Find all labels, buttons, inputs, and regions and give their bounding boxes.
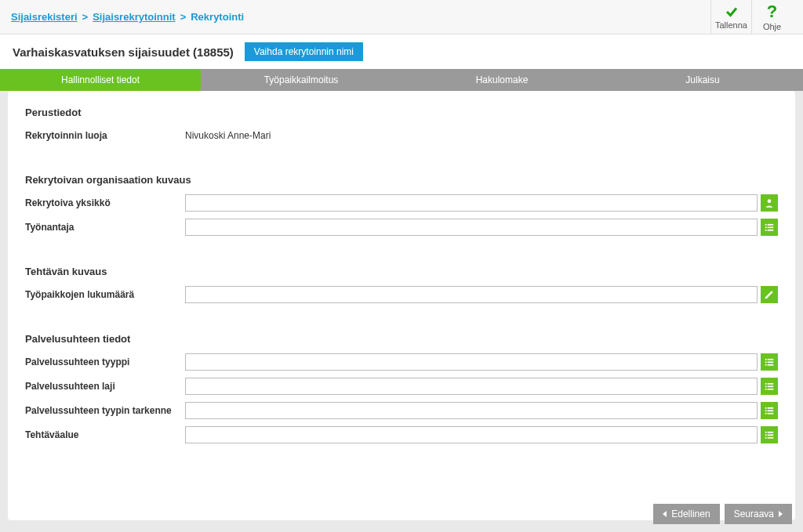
question-icon: ?	[767, 3, 777, 20]
tab-application-form[interactable]: Hakulomake	[402, 69, 602, 91]
breadcrumb-sep-icon: >	[82, 11, 89, 23]
rename-recruitment-button[interactable]: Vaihda rekrytoinnin nimi	[245, 42, 363, 61]
svg-rect-13	[765, 383, 767, 385]
creator-label: Rekrytoinnin luoja	[25, 130, 185, 141]
svg-rect-14	[768, 383, 774, 385]
section-employment-title: Palvelusuhteen tiedot	[25, 333, 778, 345]
emp-area-input[interactable]	[185, 426, 758, 443]
field-row-emp-kind: Palvelussuhteen laji	[25, 377, 778, 396]
svg-rect-29	[765, 437, 767, 439]
pencil-icon	[764, 289, 775, 300]
title-row: Varhaiskasvatuksen sijaisuudet (18855) V…	[0, 34, 803, 69]
emp-kind-input[interactable]	[185, 378, 758, 395]
count-edit-button[interactable]	[761, 286, 778, 303]
svg-rect-2	[768, 224, 774, 226]
unit-input[interactable]	[185, 194, 758, 212]
svg-rect-21	[765, 410, 767, 411]
count-label: Työpaikkojen lukumäärä	[25, 289, 185, 300]
emp-kind-picker-button[interactable]	[761, 378, 778, 395]
section-org-title: Rekrytoivan organisaation kuvaus	[25, 174, 778, 186]
field-row-emp-type-spec: Palvelussuhteen tyypin tarkenne	[25, 401, 778, 420]
help-button[interactable]: ? Ohje	[751, 0, 792, 34]
prev-label: Edellinen	[671, 508, 710, 519]
field-row-emp-area: Tehtäväalue	[25, 425, 778, 444]
emp-kind-label: Palvelussuhteen laji	[25, 381, 185, 392]
save-label: Tallenna	[715, 20, 747, 30]
employer-input[interactable]	[185, 219, 758, 236]
field-row-count: Työpaikkojen lukumäärä	[25, 285, 778, 304]
list-icon	[764, 222, 775, 233]
svg-rect-10	[768, 361, 774, 363]
emp-type-picker-button[interactable]	[761, 353, 778, 371]
count-input[interactable]	[185, 286, 758, 303]
svg-rect-22	[768, 410, 774, 411]
emp-area-picker-button[interactable]	[761, 426, 778, 443]
svg-rect-6	[768, 230, 774, 231]
emp-type-spec-picker-button[interactable]	[761, 402, 778, 419]
list-icon	[764, 429, 775, 440]
svg-rect-20	[768, 407, 774, 409]
emp-type-input[interactable]	[185, 353, 758, 371]
svg-rect-3	[765, 226, 767, 228]
list-icon	[764, 405, 775, 416]
next-button[interactable]: Seuraava	[725, 504, 792, 524]
page-title: Varhaiskasvatuksen sijaisuudet (18855)	[13, 45, 234, 59]
list-icon	[764, 356, 775, 367]
svg-rect-1	[765, 224, 767, 226]
employer-label: Työnantaja	[25, 222, 185, 233]
svg-rect-26	[768, 432, 774, 433]
employer-picker-button[interactable]	[761, 219, 778, 236]
tabs: Hallinnolliset tiedot Työpaikkailmoitus …	[0, 69, 803, 91]
svg-rect-4	[768, 226, 774, 228]
breadcrumb-sep-icon: >	[180, 11, 187, 23]
field-row-creator: Rekrytoinnin luoja Nivukoski Anne-Mari	[25, 126, 778, 145]
triangle-right-icon	[779, 511, 783, 517]
tab-job-posting[interactable]: Työpaikkailmoitus	[201, 69, 402, 91]
svg-rect-16	[768, 385, 774, 387]
svg-rect-27	[765, 434, 767, 436]
content-panel: Perustiedot Rekrytoinnin luoja Nivukoski…	[8, 91, 795, 520]
svg-rect-9	[765, 361, 767, 363]
help-label: Ohje	[763, 22, 781, 31]
tab-publishing[interactable]: Julkaisu	[602, 69, 803, 91]
breadcrumb-current: Rekrytointi	[191, 11, 244, 23]
field-row-emp-type: Palvelussuhteen tyyppi	[25, 353, 778, 371]
svg-rect-18	[768, 389, 774, 390]
creator-value: Nivukoski Anne-Mari	[185, 130, 271, 141]
svg-rect-28	[768, 434, 774, 436]
svg-rect-30	[768, 437, 774, 439]
footer-buttons: Edellinen Seuraava	[653, 504, 792, 524]
unit-label: Rekrytoiva yksikkö	[25, 197, 185, 208]
prev-button[interactable]: Edellinen	[653, 504, 719, 524]
next-label: Seuraava	[734, 508, 774, 519]
emp-type-spec-label: Palvelussuhteen tyypin tarkenne	[25, 405, 185, 416]
header-bar: Sijaisrekisteri > Sijaisrekrytoinnit > R…	[0, 0, 803, 34]
svg-rect-19	[765, 407, 767, 409]
breadcrumb-link-0[interactable]: Sijaisrekisteri	[11, 11, 78, 23]
svg-point-0	[768, 199, 772, 203]
svg-rect-5	[765, 230, 767, 231]
list-icon	[764, 381, 775, 392]
emp-type-spec-input[interactable]	[185, 402, 758, 419]
breadcrumb: Sijaisrekisteri > Sijaisrekrytoinnit > R…	[11, 11, 244, 23]
save-button[interactable]: Tallenna	[710, 0, 751, 34]
svg-rect-25	[765, 432, 767, 433]
svg-rect-15	[765, 385, 767, 387]
checkmark-icon	[725, 5, 739, 19]
field-row-employer: Työnantaja	[25, 218, 778, 237]
svg-rect-11	[765, 364, 767, 366]
svg-rect-24	[768, 413, 774, 414]
section-basic-title: Perustiedot	[25, 107, 778, 118]
person-icon	[764, 197, 775, 208]
svg-rect-17	[765, 389, 767, 390]
triangle-left-icon	[663, 511, 667, 517]
unit-picker-button[interactable]	[761, 194, 778, 212]
field-row-unit: Rekrytoiva yksikkö	[25, 194, 778, 212]
tab-administrative[interactable]: Hallinnolliset tiedot	[0, 69, 201, 91]
section-task-title: Tehtävän kuvaus	[25, 266, 778, 277]
svg-rect-23	[765, 413, 767, 414]
breadcrumb-link-1[interactable]: Sijaisrekrytoinnit	[93, 11, 175, 23]
emp-type-label: Palvelussuhteen tyyppi	[25, 356, 185, 367]
svg-rect-12	[768, 364, 774, 366]
emp-area-label: Tehtäväalue	[25, 429, 185, 440]
